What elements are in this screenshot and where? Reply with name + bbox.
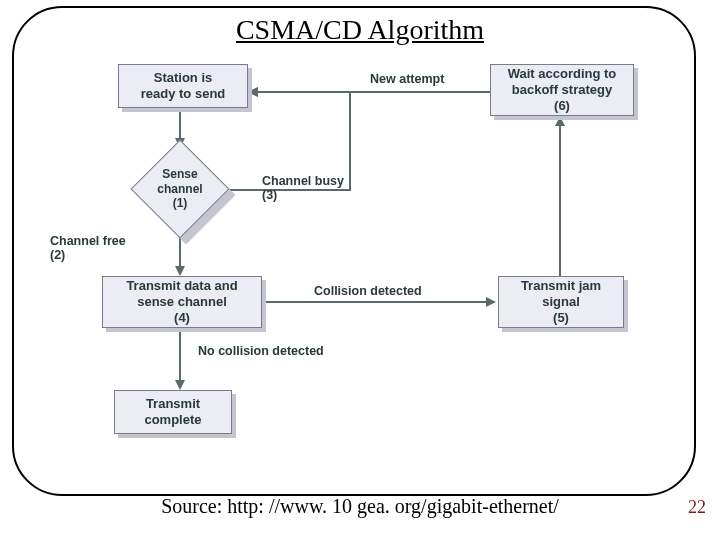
flowchart: Station is ready to send Sense channel (… (70, 62, 660, 462)
svg-marker-8 (486, 297, 496, 307)
svg-marker-5 (175, 380, 185, 390)
node-ready-label: Station is ready to send (141, 70, 226, 103)
node-jam: Transmit jam signal (5) (498, 276, 624, 328)
node-sense-label: Sense channel (1) (130, 154, 230, 224)
page-number: 22 (688, 497, 706, 518)
node-ready: Station is ready to send (118, 64, 248, 108)
node-wait: Wait according to backoff strategy (6) (490, 64, 634, 116)
node-transmit-sense: Transmit data and sense channel (4) (102, 276, 262, 328)
page-title: CSMA/CD Algorithm (0, 14, 720, 46)
node-complete: Transmit complete (114, 390, 232, 434)
node-complete-label: Transmit complete (144, 396, 201, 429)
source-citation: Source: http: //www. 10 gea. org/gigabit… (0, 495, 720, 518)
edge-channel-free: Channel free (2) (50, 234, 126, 262)
node-transmit-sense-label: Transmit data and sense channel (4) (126, 278, 237, 327)
edge-collision: Collision detected (314, 284, 422, 298)
node-jam-label: Transmit jam signal (5) (521, 278, 601, 327)
node-wait-label: Wait according to backoff strategy (6) (508, 66, 617, 115)
edge-channel-busy: Channel busy (3) (262, 174, 344, 202)
svg-marker-3 (175, 266, 185, 276)
edge-no-collision: No collision detected (198, 344, 324, 358)
edge-new-attempt: New attempt (370, 72, 444, 86)
